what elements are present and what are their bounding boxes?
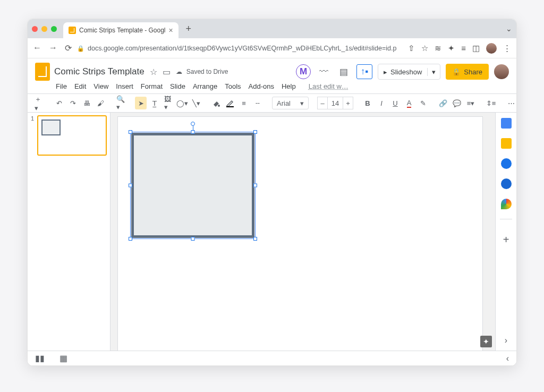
- insert-link-button[interactable]: 🔗: [437, 97, 449, 109]
- insert-comment-button[interactable]: 💬: [451, 97, 463, 109]
- italic-button[interactable]: I: [376, 97, 387, 109]
- browser-menu-icon[interactable]: ⋮: [503, 44, 511, 53]
- extension-monetize-icon[interactable]: M: [296, 64, 311, 79]
- border-color-button[interactable]: [224, 97, 236, 109]
- sidepanel-icon[interactable]: ◫: [472, 44, 480, 53]
- select-tool[interactable]: ➤: [135, 97, 147, 109]
- reading-list-icon[interactable]: ≡: [461, 44, 466, 53]
- font-size-value[interactable]: 14: [328, 97, 343, 109]
- fill-color-button[interactable]: [210, 97, 222, 109]
- explore-button[interactable]: ✦: [480, 336, 492, 347]
- border-weight-button[interactable]: ≡: [238, 97, 250, 109]
- menu-file[interactable]: File: [56, 82, 67, 90]
- font-size-increase[interactable]: +: [343, 97, 353, 109]
- contacts-icon[interactable]: [501, 178, 512, 189]
- reload-button[interactable]: ⟳: [65, 43, 72, 53]
- resize-handle-nw[interactable]: [129, 130, 132, 134]
- menu-arrange[interactable]: Arrange: [193, 82, 217, 90]
- underline-button[interactable]: U: [389, 97, 401, 109]
- slides-logo-icon[interactable]: [35, 63, 50, 81]
- extension-buffer-icon[interactable]: ≋: [435, 44, 441, 53]
- address-bar[interactable]: 🔒docs.google.com/presentation/d/1tkseqpD…: [77, 45, 403, 52]
- font-size-decrease[interactable]: –: [317, 97, 328, 109]
- tab-overflow-icon[interactable]: ⌄: [506, 24, 512, 33]
- menubar: File Edit View Insert Format Slide Arran…: [28, 82, 516, 93]
- add-addon-button[interactable]: +: [503, 234, 509, 246]
- menu-view[interactable]: View: [94, 82, 108, 90]
- tasks-icon[interactable]: [501, 158, 512, 169]
- browser-tab-active[interactable]: Comic Strips Template - Googl ×: [63, 22, 178, 38]
- font-family-dropdown[interactable]: Arial▾: [272, 97, 309, 109]
- redo-button[interactable]: ↷: [67, 97, 79, 109]
- resize-handle-w[interactable]: [129, 184, 132, 188]
- new-slide-button[interactable]: ＋▾: [33, 97, 45, 109]
- account-avatar[interactable]: [494, 64, 509, 79]
- forward-button[interactable]: →: [49, 43, 57, 53]
- close-tab-icon[interactable]: ×: [169, 26, 173, 35]
- menu-insert[interactable]: Insert: [116, 82, 133, 90]
- text-color-button[interactable]: A: [403, 97, 415, 109]
- menu-slide[interactable]: Slide: [170, 82, 185, 90]
- close-window-button[interactable]: [32, 26, 38, 32]
- resize-handle-s[interactable]: [191, 237, 195, 241]
- image-tool[interactable]: 🖼▾: [163, 97, 174, 109]
- resize-handle-n[interactable]: [191, 130, 195, 134]
- fullscreen-window-button[interactable]: [51, 26, 57, 32]
- sidebar-expand-button[interactable]: ›: [505, 336, 507, 345]
- slide-number: 1: [31, 115, 35, 156]
- textbox-tool[interactable]: T̲: [149, 97, 160, 109]
- border-dash-button[interactable]: ╌: [252, 97, 264, 109]
- resize-handle-sw[interactable]: [129, 237, 132, 241]
- slide-footer: ▮▮ ▦ ‹: [28, 351, 516, 365]
- comments-icon[interactable]: ▤: [336, 64, 351, 79]
- canvas-area[interactable]: ✦: [110, 113, 495, 351]
- minimize-window-button[interactable]: [41, 26, 47, 32]
- move-icon[interactable]: ▭: [163, 67, 171, 77]
- rotation-handle[interactable]: [191, 122, 195, 126]
- resize-handle-se[interactable]: [253, 237, 257, 241]
- shape-tool[interactable]: ◯▾: [176, 97, 188, 109]
- print-button[interactable]: 🖶: [81, 97, 92, 109]
- back-button[interactable]: ←: [33, 43, 41, 53]
- more-tools-button[interactable]: ⋯: [505, 97, 517, 109]
- line-tool[interactable]: ╲▾: [190, 97, 202, 109]
- slideshow-caret[interactable]: ▾: [427, 68, 440, 76]
- svg-rect-1: [226, 106, 234, 107]
- star-icon[interactable]: ☆: [150, 67, 157, 77]
- grid-view-button[interactable]: ▦: [60, 353, 67, 363]
- slideshow-button[interactable]: ▸Slideshow ▾: [378, 64, 440, 80]
- present-remote-icon[interactable]: ↑▪: [356, 64, 372, 79]
- filmstrip-view-button[interactable]: ▮▮: [35, 353, 45, 363]
- activity-icon[interactable]: 〰: [316, 64, 331, 79]
- calendar-icon[interactable]: [501, 118, 512, 129]
- line-spacing-button[interactable]: ⇕≡: [485, 97, 497, 109]
- new-tab-button[interactable]: +: [182, 22, 196, 36]
- keep-icon[interactable]: [501, 138, 512, 149]
- collapse-panel-button[interactable]: ‹: [506, 354, 509, 363]
- slides-favicon-icon: [69, 27, 76, 34]
- share-icon[interactable]: ⇧: [408, 44, 415, 53]
- slide-canvas[interactable]: [118, 117, 482, 351]
- menu-help[interactable]: Help: [282, 82, 296, 90]
- highlight-button[interactable]: ✎: [417, 97, 429, 109]
- maps-icon[interactable]: [501, 199, 512, 209]
- extensions-icon[interactable]: ✦: [448, 44, 455, 53]
- align-dropdown[interactable]: ≡▾: [465, 97, 477, 109]
- bookmark-icon[interactable]: ☆: [421, 44, 428, 53]
- share-button[interactable]: 🔒Share: [446, 64, 489, 80]
- menu-format[interactable]: Format: [141, 82, 163, 90]
- toolbar: ＋▾ ↶ ↷ 🖶 🖌 🔍▾ ➤ T̲ 🖼▾ ◯▾ ╲▾ ≡ ╌ Arial▾ –: [28, 93, 516, 113]
- undo-button[interactable]: ↶: [53, 97, 65, 109]
- zoom-dropdown[interactable]: 🔍▾: [115, 97, 126, 109]
- bold-button[interactable]: B: [362, 97, 373, 109]
- menu-edit[interactable]: Edit: [74, 82, 86, 90]
- resize-handle-e[interactable]: [253, 184, 257, 188]
- profile-avatar[interactable]: [486, 43, 497, 54]
- paint-format-button[interactable]: 🖌: [95, 97, 106, 109]
- menu-addons[interactable]: Add-ons: [249, 82, 274, 90]
- slide-thumbnail-1[interactable]: [37, 115, 107, 156]
- menu-tools[interactable]: Tools: [225, 82, 241, 90]
- last-edit-link[interactable]: Last edit w…: [309, 82, 348, 90]
- document-title[interactable]: Comic Strips Template: [54, 66, 144, 77]
- resize-handle-ne[interactable]: [253, 130, 257, 134]
